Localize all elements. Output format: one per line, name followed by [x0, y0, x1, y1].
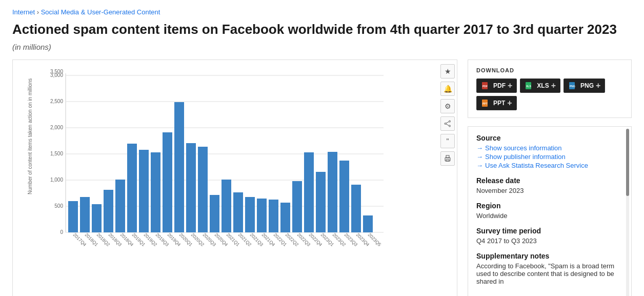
- svg-text:PNG: PNG: [570, 85, 575, 88]
- svg-rect-45: [316, 172, 326, 232]
- png-download-button[interactable]: PNG PNG +: [564, 78, 605, 93]
- svg-rect-29: [127, 144, 137, 232]
- svg-rect-44: [304, 152, 314, 232]
- pdf-plus: +: [508, 81, 512, 90]
- sidebar: DOWNLOAD PDF PDF + XLS XLS +: [468, 60, 632, 296]
- svg-rect-31: [151, 152, 160, 232]
- pdf-download-button[interactable]: PDF PDF +: [476, 78, 517, 93]
- svg-text:1,000: 1,000: [50, 177, 63, 183]
- scrollbar-track[interactable]: [626, 129, 629, 296]
- xls-download-button[interactable]: XLS XLS +: [520, 78, 560, 93]
- svg-rect-41: [269, 200, 278, 232]
- png-label: PNG: [580, 82, 594, 89]
- svg-rect-34: [186, 143, 196, 232]
- svg-text:PPT: PPT: [482, 102, 488, 105]
- region-value: Worldwide: [476, 212, 623, 220]
- svg-rect-48: [351, 185, 361, 232]
- svg-rect-37: [222, 180, 231, 232]
- survey-time-section: Survey time period Q4 2017 to Q3 2023: [476, 227, 623, 245]
- scrollbar-thumb: [626, 129, 629, 196]
- breadcrumb-link-internet[interactable]: Internet: [12, 8, 35, 16]
- show-sources-text: Show sources information: [485, 144, 562, 152]
- source-section: Source → Show sources information → Show…: [476, 134, 623, 169]
- svg-text:XLS: XLS: [526, 85, 531, 88]
- supplementary-label: Supplementary notes: [476, 252, 623, 260]
- xls-icon: XLS: [525, 82, 535, 90]
- ppt-download-button[interactable]: PPT PPT +: [476, 96, 517, 110]
- show-sources-link[interactable]: → Show sources information: [476, 144, 623, 152]
- main-content: ★ 🔔 ⚙ " Number of content items taken ac…: [12, 60, 632, 296]
- ppt-label: PPT: [493, 100, 505, 107]
- svg-text:2,000: 2,000: [50, 125, 63, 130]
- svg-rect-32: [163, 132, 172, 232]
- ppt-icon: PPT: [481, 99, 491, 107]
- png-icon: PNG: [568, 82, 578, 90]
- download-title: DOWNLOAD: [476, 67, 623, 73]
- svg-text:0: 0: [60, 229, 63, 235]
- release-date-section: Release date November 2023: [476, 176, 623, 194]
- svg-text:PDF: PDF: [482, 85, 488, 88]
- svg-text:2023Q5: 2023Q5: [367, 232, 383, 247]
- y-axis-label: Number of content items taken action on …: [27, 78, 33, 194]
- svg-rect-27: [104, 190, 113, 232]
- info-box: Source → Show sources information → Show…: [468, 126, 632, 296]
- download-box: DOWNLOAD PDF PDF + XLS XLS +: [468, 60, 632, 118]
- release-date-value: November 2023: [476, 187, 623, 194]
- survey-time-label: Survey time period: [476, 227, 623, 235]
- png-plus: +: [596, 81, 600, 90]
- arrow-icon-ask: →: [476, 162, 483, 169]
- svg-text:1,500: 1,500: [50, 151, 63, 156]
- svg-rect-46: [328, 152, 337, 232]
- supplementary-section: Supplementary notes According to Faceboo…: [476, 252, 623, 285]
- page-subtitle: (in millions): [12, 43, 632, 51]
- source-label: Source: [476, 134, 623, 142]
- svg-text:2,500: 2,500: [50, 98, 63, 104]
- ask-statista-text: Use Ask Statista Research Service: [485, 162, 588, 169]
- arrow-icon-sources: →: [476, 144, 483, 152]
- page: Internet › Social Media & User-Generated…: [0, 0, 644, 296]
- svg-rect-38: [233, 192, 243, 232]
- svg-text:3,500: 3,500: [50, 69, 63, 74]
- show-publisher-text: Show publisher information: [485, 153, 566, 161]
- pdf-icon: PDF: [481, 82, 491, 90]
- breadcrumb: Internet › Social Media & User-Generated…: [12, 8, 632, 16]
- svg-rect-26: [92, 204, 102, 232]
- chart-container: ★ 🔔 ⚙ " Number of content items taken ac…: [12, 60, 457, 296]
- svg-rect-47: [339, 161, 349, 232]
- ppt-plus: +: [507, 98, 512, 108]
- pdf-label: PDF: [493, 82, 506, 89]
- show-publisher-link[interactable]: → Show publisher information: [476, 153, 623, 161]
- svg-text:500: 500: [54, 203, 63, 209]
- breadcrumb-separator: ›: [37, 8, 41, 16]
- survey-time-value: Q4 2017 to Q3 2023: [476, 237, 623, 245]
- supplementary-value: According to Facebook, "Spam is a broad …: [476, 262, 623, 285]
- chart-svg: 0 500 1,000 1,500 2,000 2,500 3,000 3,50…: [45, 68, 394, 253]
- svg-rect-33: [174, 102, 184, 232]
- svg-rect-39: [245, 197, 255, 232]
- svg-rect-28: [115, 180, 125, 232]
- xls-plus: +: [551, 81, 556, 90]
- svg-rect-35: [198, 147, 208, 232]
- svg-rect-49: [363, 215, 373, 232]
- svg-rect-25: [80, 197, 90, 232]
- page-title: Actioned spam content items on Facebook …: [12, 21, 632, 38]
- xls-label: XLS: [537, 82, 549, 89]
- svg-rect-36: [210, 195, 219, 232]
- release-date-label: Release date: [476, 176, 623, 185]
- svg-rect-30: [139, 150, 149, 232]
- svg-rect-43: [292, 181, 302, 232]
- region-label: Region: [476, 202, 623, 210]
- download-buttons: PDF PDF + XLS XLS + PNG: [476, 78, 623, 110]
- breadcrumb-link-social[interactable]: Social Media & User-Generated Content: [41, 8, 160, 16]
- arrow-icon-publisher: →: [476, 153, 483, 161]
- svg-rect-24: [68, 201, 78, 232]
- svg-rect-42: [280, 203, 290, 232]
- ask-statista-link[interactable]: → Use Ask Statista Research Service: [476, 162, 623, 169]
- region-section: Region Worldwide: [476, 202, 623, 220]
- svg-rect-40: [257, 199, 267, 232]
